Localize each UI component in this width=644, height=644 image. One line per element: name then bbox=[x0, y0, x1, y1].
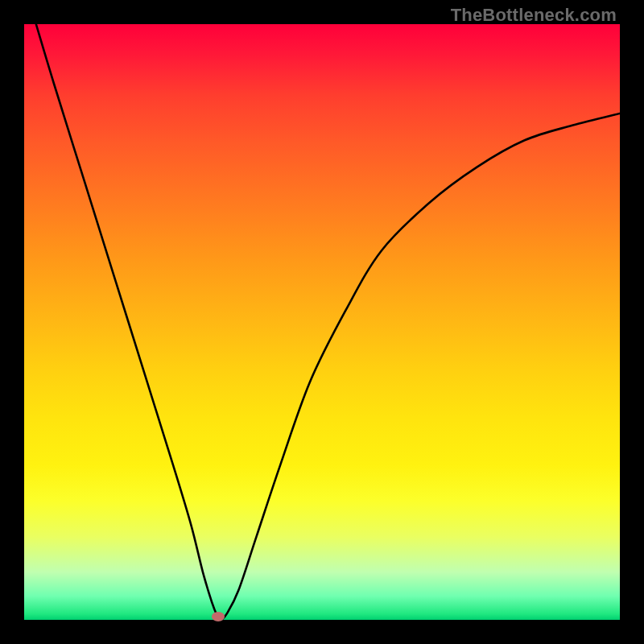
bottleneck-curve bbox=[36, 24, 620, 620]
chart-container: TheBottleneck.com bbox=[0, 0, 644, 644]
plot-area bbox=[24, 24, 620, 620]
optimum-marker bbox=[212, 612, 225, 621]
curve-svg bbox=[24, 24, 620, 620]
watermark-text: TheBottleneck.com bbox=[451, 5, 617, 26]
